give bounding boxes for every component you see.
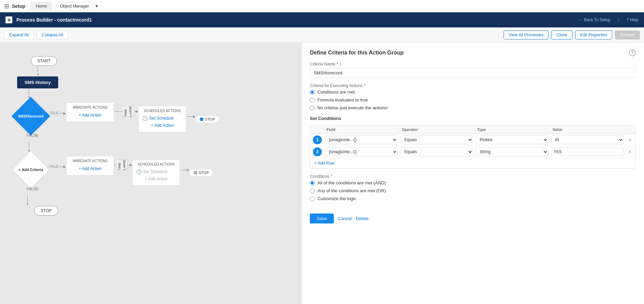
collapse-all-button[interactable]: Collapse All (37, 31, 68, 39)
set-schedule-button-1[interactable]: 🕐 Set Schedule (141, 115, 183, 122)
row2-field-select[interactable]: [smagicinte...Q. (325, 147, 398, 156)
time-lapse-text-1: TIMELAPSE (122, 106, 134, 117)
false-label-1: FALSE (27, 133, 38, 137)
row2-operator-select[interactable]: Equals (401, 147, 473, 156)
panel-header: Define Criteria for this Action Group ? (310, 49, 636, 56)
radio-any-or[interactable]: Any of the conditions are met (OR) (310, 188, 636, 193)
panel-help-icon[interactable]: ? (629, 49, 636, 56)
false-label-2: FALSE (27, 187, 38, 191)
add-criteria-diamond[interactable]: + Add Criteria (11, 150, 50, 189)
true-label-1: TRUE (49, 111, 59, 115)
row1-field-select[interactable]: [smagicinte...Q. (325, 135, 398, 144)
add-action-button-1[interactable]: + Add Action (69, 111, 111, 119)
scheduled-actions-box-2: SCHEDULED ACTIONS 🕐 Set Schedule + Add A… (132, 159, 180, 186)
time-lapse-label-1: TIMELAPSE ▶ (120, 106, 138, 117)
scheduled-add-action-button-2[interactable]: + Add Action (135, 175, 177, 183)
help-button[interactable]: ? Help (627, 17, 639, 22)
row1-operator-cell: Equals (399, 134, 475, 146)
row2-value-cell (550, 146, 625, 157)
start-node-wrapper: START (27, 56, 57, 66)
stop-button-1[interactable]: STOP (195, 115, 219, 123)
grid-icon[interactable]: ⊞ (4, 2, 9, 10)
sms-history-box[interactable]: SMS History (17, 76, 58, 88)
time-lapse-text-2: TIMELAPSE (116, 159, 128, 170)
radio-formula-true-input[interactable] (310, 98, 315, 102)
top-nav: ⊞ Setup Home Object Manager ▾ (0, 0, 644, 12)
row2-operator-cell: Equals (399, 146, 475, 158)
add-action-button-2[interactable]: + Add Action (69, 165, 111, 172)
criteria-executing-label-text: Criteria for Executing Actions (310, 83, 363, 88)
scheduled-actions-title-2: SCHEDULED ACTIONS (135, 162, 177, 166)
edit-properties-button[interactable]: Edit Properties (575, 31, 613, 39)
stop-arrow-2: ▶ (180, 168, 189, 172)
radio-no-criteria-input[interactable] (310, 106, 315, 110)
radio-all-and[interactable]: All of the conditions are met (AND) (310, 180, 636, 185)
criteria-name-input[interactable] (310, 68, 636, 78)
view-all-processes-button[interactable]: View All Processes (504, 31, 548, 39)
col-head-field: Field (324, 125, 399, 134)
info-icon[interactable]: ℹ (340, 62, 341, 66)
row1-operator-select[interactable]: Equals (401, 135, 473, 144)
radio-any-or-input[interactable] (310, 189, 315, 193)
stop-v-arrow: ▼ (27, 195, 28, 206)
required-star: * (337, 62, 338, 66)
row1-type-cell: Picklist (475, 134, 550, 146)
criteria-name-label: Criteria Name * ℹ (310, 62, 636, 66)
home-button[interactable]: Home (31, 2, 52, 10)
criteria-name-label-text: Criteria Name (310, 62, 335, 66)
app-title: Setup (12, 3, 25, 9)
immediate-actions-box-1: IMMEDIATE ACTIONS + Add Action (66, 102, 114, 122)
add-criteria-label: + Add Criteria (18, 168, 44, 172)
criteria-diamond-container: SMSHisrecord FALSE (17, 99, 45, 130)
object-manager-button[interactable]: Object Manager (55, 2, 94, 10)
criteria-radio-group: Conditions are met Formula evaluates to … (310, 89, 636, 110)
back-to-setup-button[interactable]: ← Back To Setup (579, 17, 610, 22)
save-button[interactable]: Save (310, 214, 334, 223)
radio-conditions-met[interactable]: Conditions are met (310, 89, 636, 95)
conditions-filter-group: Conditions * All of the conditions are m… (310, 174, 636, 201)
criteria-executing-group: Criteria for Executing Actions * Conditi… (310, 83, 636, 110)
radio-conditions-met-input[interactable] (310, 90, 315, 95)
conditions-star: * (331, 174, 332, 179)
row2-delete-cell: ✕ (625, 148, 635, 156)
criteria-executing-label: Criteria for Executing Actions * (310, 83, 636, 88)
radio-customize[interactable]: Customize the logic (310, 196, 636, 201)
row1-type-select[interactable]: Picklist (476, 135, 548, 144)
scheduled-actions-section-1: SCHEDULED ACTIONS 🕐 Set Schedule + Add A… (138, 106, 219, 132)
arrow-left-icon: ← (579, 17, 583, 22)
col-head-operator: Operator (399, 125, 475, 134)
immediate-actions-section-2: IMMEDIATE ACTIONS + Add Action TIMELAPSE… (66, 156, 213, 186)
panel-title: Define Criteria for this Action Group (310, 50, 404, 56)
add-row-button[interactable]: + Add Row (310, 158, 635, 168)
cancel-button[interactable]: Cancel (338, 216, 352, 221)
row2-value-input[interactable] (551, 148, 624, 156)
row1-delete-icon[interactable]: ✕ (627, 137, 633, 143)
right-action-buttons: View All Processes Clone Edit Properties… (504, 31, 640, 39)
set-schedule-button-2[interactable]: 🕐 Set Schedule (135, 168, 177, 175)
clone-button[interactable]: Clone (551, 31, 572, 39)
activate-button[interactable]: Activate (615, 31, 640, 39)
row2-delete-icon[interactable]: ✕ (627, 149, 633, 155)
row1-value-select[interactable]: IN (551, 135, 624, 144)
radio-no-criteria[interactable]: No criteria–just execute the actions! (310, 105, 636, 110)
scheduled-actions-box-1: SCHEDULED ACTIONS 🕐 Set Schedule + Add A… (138, 106, 186, 132)
conditions-row-2: 2 [smagicinte...Q. Equals String (310, 146, 635, 158)
criteria-name-group: Criteria Name * ℹ (310, 62, 636, 78)
right-panel: Define Criteria for this Action Group ? … (301, 42, 644, 304)
criteria-diamond[interactable]: SMSHisrecord (11, 97, 50, 135)
action-bar: Expand All Collapse All View All Process… (0, 27, 644, 42)
radio-customize-input[interactable] (310, 196, 315, 201)
stop-button-2[interactable]: STOP (189, 169, 213, 177)
radio-formula-true-label: Formula evaluates to true (317, 97, 368, 102)
radio-formula-true[interactable]: Formula evaluates to true (310, 97, 636, 102)
radio-all-and-input[interactable] (310, 181, 315, 185)
expand-all-button[interactable]: Expand All (4, 31, 34, 39)
canvas: START ▼ SMS History ▼ SMSHisrecord (0, 42, 301, 304)
radio-all-and-label: All of the conditions are met (AND) (317, 180, 386, 185)
scheduled-add-action-button-1[interactable]: + Add Action (141, 122, 183, 129)
row2-type-select[interactable]: String (476, 147, 548, 156)
conditions-label-text: Conditions (310, 174, 329, 179)
delete-button[interactable]: Delete (356, 216, 369, 221)
immediate-actions-title-2: IMMEDIATE ACTIONS (69, 159, 111, 163)
time-lapse-connector-1 (115, 107, 119, 112)
